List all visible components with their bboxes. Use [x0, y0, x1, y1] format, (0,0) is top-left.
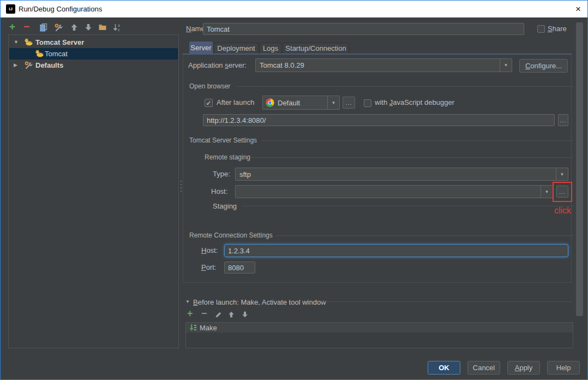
chevron-down-icon[interactable]: ▼ [327, 96, 339, 109]
task-down-icon[interactable] [241, 311, 249, 318]
defaults-wrench-icon [24, 61, 33, 69]
check-icon: ✓ [206, 99, 211, 107]
add-configuration-icon[interactable]: + [9, 21, 15, 33]
browser-combo[interactable]: Default ▼ [262, 96, 340, 110]
task-up-icon[interactable] [227, 311, 235, 318]
remote-staging-title: Remote staging [205, 153, 250, 161]
divider [321, 301, 573, 302]
create-folder-icon[interactable] [98, 23, 107, 32]
expand-icon[interactable]: ▼ [14, 40, 19, 45]
chevron-down-icon[interactable]: ▼ [556, 168, 568, 180]
cancel-button[interactable]: Cancel [467, 361, 500, 375]
connection-port-label: Port: [201, 262, 216, 274]
dialog-title: Run/Debug Configurations [19, 1, 102, 17]
divider [237, 86, 573, 87]
annotation-highlight-box [553, 182, 572, 202]
connection-host-label: Host: [201, 245, 218, 257]
staging-type-value: sftp [239, 168, 251, 180]
divider [275, 235, 573, 236]
js-debugger-label: with JavaScript debugger [375, 96, 454, 110]
staging-host-combo[interactable]: ▼ [235, 185, 553, 198]
tomcat-icon [24, 38, 33, 46]
divider [251, 157, 573, 158]
tree-item-label[interactable]: Defaults [35, 61, 63, 69]
svg-text:z: z [118, 28, 120, 32]
tree-toolbar: + − az [8, 22, 128, 33]
before-launch-collapse-icon[interactable]: ▼ [185, 300, 190, 304]
name-input[interactable] [203, 23, 524, 35]
make-icon [189, 324, 197, 332]
remote-connection-settings-title: Remote Connection Settings [189, 231, 273, 239]
tree-item-label[interactable]: Tomcat [45, 50, 68, 58]
vertical-scrollbar[interactable] [576, 22, 583, 316]
connection-host-input[interactable] [224, 244, 568, 257]
url-more-button[interactable]: ... [558, 114, 568, 126]
annotation-click-text: click [554, 206, 571, 216]
after-launch-checkbox[interactable]: ✓ [205, 99, 213, 107]
sort-alphabetically-icon[interactable]: az [113, 23, 122, 32]
before-launch-task-list: Make [185, 322, 573, 348]
chrome-icon [266, 98, 274, 107]
before-launch-title: Before launch: Make, Activate tool windo… [193, 298, 326, 306]
tab-logs[interactable]: Logs [260, 43, 281, 54]
application-server-combo[interactable]: Tomcat 8.0.29 ▼ [255, 58, 512, 72]
add-task-icon[interactable]: + [187, 308, 193, 319]
configurations-tree: ▼ Tomcat Server Tomcat ▶ Defaults [8, 34, 179, 348]
staging-label: Staging [213, 202, 237, 210]
tomcat-icon [35, 49, 44, 58]
edit-defaults-icon[interactable] [54, 23, 63, 32]
chevron-down-icon[interactable]: ▼ [500, 59, 512, 72]
remove-task-icon[interactable]: − [201, 308, 207, 319]
tree-item-tomcat-selected[interactable]: Tomcat [9, 48, 178, 60]
application-server-value: Tomcat 8.0.29 [260, 59, 304, 72]
title-bar: IJ Run/Debug Configurations × [1, 1, 587, 17]
intellij-logo-icon: IJ [6, 4, 15, 14]
staging-type-label: Type: [213, 168, 230, 181]
panel-splitter[interactable] [181, 181, 182, 194]
browser-value: Default [278, 96, 300, 109]
copy-configuration-icon[interactable] [39, 23, 48, 32]
tree-item-defaults[interactable]: ▶ Defaults [9, 60, 178, 71]
launch-url-input[interactable] [203, 114, 555, 126]
open-browser-title: Open browser [189, 82, 230, 90]
run-debug-configurations-dialog: IJ Run/Debug Configurations × + − az ▼ [0, 0, 588, 380]
ok-button[interactable]: OK [428, 361, 460, 375]
close-icon[interactable]: × [570, 2, 586, 16]
edit-task-icon[interactable] [214, 311, 223, 319]
share-checkbox[interactable] [537, 25, 545, 33]
task-label: Make [200, 324, 217, 332]
help-button[interactable]: Help [547, 361, 580, 375]
apply-button[interactable]: Apply [507, 361, 540, 375]
tree-item-label[interactable]: Tomcat Server [35, 38, 84, 46]
share-label: Share [548, 25, 567, 33]
browser-more-button[interactable]: ... [343, 97, 355, 109]
tab-startup-connection[interactable]: Startup/Connection [283, 43, 349, 54]
chevron-down-icon[interactable]: ▼ [541, 186, 553, 198]
staging-type-combo[interactable]: sftp ▼ [235, 168, 568, 181]
tab-deployment[interactable]: Deployment [214, 43, 259, 54]
tab-server[interactable]: Server [189, 41, 213, 54]
application-server-label: Application server: [188, 58, 247, 72]
tomcat-server-settings-title: Tomcat Server Settings [189, 136, 257, 144]
configure-button[interactable]: Configure... [519, 59, 568, 73]
divider [262, 140, 573, 141]
js-debugger-checkbox[interactable] [364, 99, 371, 107]
svg-text:a: a [118, 23, 120, 27]
after-launch-label: After launch [217, 96, 254, 110]
connection-port-input[interactable] [224, 262, 255, 274]
staging-host-label: Host: [211, 185, 227, 198]
divider [242, 206, 573, 206]
tree-item-tomcat-server[interactable]: ▼ Tomcat Server [9, 37, 178, 48]
remove-configuration-icon[interactable]: − [23, 21, 29, 33]
move-down-icon[interactable] [84, 23, 93, 32]
task-row-make[interactable]: Make [186, 323, 573, 333]
collapse-icon[interactable]: ▶ [14, 63, 17, 68]
before-launch-toolbar: + − [186, 310, 262, 320]
move-up-icon[interactable] [70, 23, 79, 32]
